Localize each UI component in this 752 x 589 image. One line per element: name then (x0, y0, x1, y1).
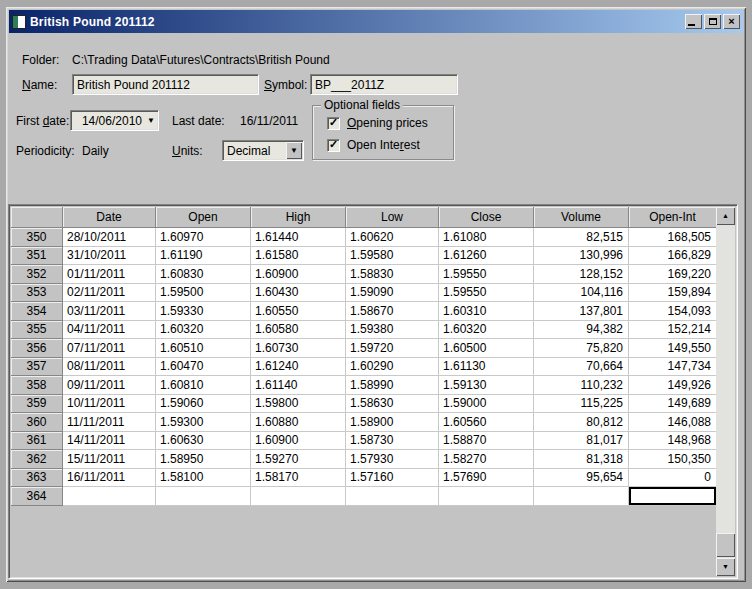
cell-high[interactable]: 1.61240 (251, 358, 346, 377)
symbol-field[interactable] (310, 74, 458, 95)
cell-date[interactable]: 11/11/2011 (63, 413, 156, 432)
cell-open[interactable]: 1.59300 (156, 413, 251, 432)
cell-open[interactable]: 1.58100 (156, 469, 251, 488)
cell-volume[interactable]: 82,515 (534, 228, 629, 247)
cell-date[interactable]: 31/10/2011 (63, 247, 156, 266)
row-number[interactable]: 361 (11, 432, 63, 451)
cell-high[interactable]: 1.59270 (251, 450, 346, 469)
units-select[interactable]: Decimal ▼ (222, 140, 304, 161)
cell-date[interactable]: 16/11/2011 (63, 469, 156, 488)
vertical-scrollbar[interactable]: ▲ ▼ (716, 207, 735, 576)
row-number[interactable]: 360 (11, 413, 63, 432)
cell-high[interactable]: 1.60730 (251, 339, 346, 358)
cell-high[interactable]: 1.59800 (251, 395, 346, 414)
corner-header-cell[interactable] (11, 207, 63, 228)
cell-close[interactable]: 1.59550 (439, 284, 534, 303)
row-number[interactable]: 359 (11, 395, 63, 414)
cell-openint[interactable]: 169,220 (629, 265, 716, 284)
cell-high[interactable]: 1.61440 (251, 228, 346, 247)
cell-volume[interactable]: 130,996 (534, 247, 629, 266)
scroll-down-button[interactable]: ▼ (716, 558, 735, 576)
opening-prices-option[interactable]: ✓ Opening prices (327, 116, 428, 130)
row-number[interactable]: 364 (11, 487, 63, 506)
cell-volume[interactable] (534, 487, 629, 506)
cell-volume[interactable]: 75,820 (534, 339, 629, 358)
cell-open[interactable]: 1.60810 (156, 376, 251, 395)
cell-volume[interactable]: 128,152 (534, 265, 629, 284)
cell-close[interactable]: 1.61080 (439, 228, 534, 247)
cell-low[interactable]: 1.59090 (346, 284, 439, 303)
row-number[interactable]: 362 (11, 450, 63, 469)
open-interest-checkbox[interactable]: ✓ (327, 139, 340, 152)
cell-close[interactable]: 1.59000 (439, 395, 534, 414)
cell-high[interactable] (251, 487, 346, 506)
column-header-volume[interactable]: Volume (534, 207, 629, 228)
row-number[interactable]: 354 (11, 302, 63, 321)
cell-close[interactable]: 1.61130 (439, 358, 534, 377)
cell-close[interactable]: 1.59130 (439, 376, 534, 395)
cell-date[interactable]: 15/11/2011 (63, 450, 156, 469)
cell-openint[interactable]: 149,550 (629, 339, 716, 358)
cell-openint[interactable]: 0 (629, 469, 716, 488)
chevron-down-icon[interactable]: ▼ (144, 111, 158, 130)
cell-date[interactable]: 28/10/2011 (63, 228, 156, 247)
first-date-select[interactable]: 14/06/2010 ▼ (70, 110, 159, 131)
cell-low[interactable] (346, 487, 439, 506)
cell-open[interactable]: 1.61190 (156, 247, 251, 266)
cell-openint[interactable]: 152,214 (629, 321, 716, 340)
cell-open[interactable] (156, 487, 251, 506)
row-number[interactable]: 356 (11, 339, 63, 358)
cell-open[interactable]: 1.59060 (156, 395, 251, 414)
cell-volume[interactable]: 80,812 (534, 413, 629, 432)
row-number[interactable]: 351 (11, 247, 63, 266)
cell-openint[interactable]: 150,350 (629, 450, 716, 469)
cell-close[interactable] (439, 487, 534, 506)
cell-close[interactable]: 1.60320 (439, 321, 534, 340)
cell-volume[interactable]: 104,116 (534, 284, 629, 303)
cell-low[interactable]: 1.57160 (346, 469, 439, 488)
cell-high[interactable]: 1.60550 (251, 302, 346, 321)
maximize-button[interactable] (704, 14, 721, 29)
cell-open[interactable]: 1.60470 (156, 358, 251, 377)
cell-openint[interactable]: 166,829 (629, 247, 716, 266)
cell-high[interactable]: 1.60900 (251, 432, 346, 451)
column-header-openint[interactable]: Open-Int (629, 207, 716, 228)
cell-close[interactable]: 1.58870 (439, 432, 534, 451)
cell-close[interactable]: 1.60310 (439, 302, 534, 321)
row-number[interactable]: 363 (11, 469, 63, 488)
cell-low[interactable]: 1.60620 (346, 228, 439, 247)
cell-openint[interactable]: 149,689 (629, 395, 716, 414)
cell-date[interactable]: 10/11/2011 (63, 395, 156, 414)
cell-high[interactable]: 1.60580 (251, 321, 346, 340)
cell-low[interactable]: 1.58990 (346, 376, 439, 395)
cell-low[interactable]: 1.57930 (346, 450, 439, 469)
column-header-low[interactable]: Low (346, 207, 439, 228)
cell-low[interactable]: 1.60290 (346, 358, 439, 377)
cell-close[interactable]: 1.60560 (439, 413, 534, 432)
row-number[interactable]: 357 (11, 358, 63, 377)
cell-volume[interactable]: 94,382 (534, 321, 629, 340)
cell-low[interactable]: 1.58630 (346, 395, 439, 414)
cell-open[interactable]: 1.60970 (156, 228, 251, 247)
cell-high[interactable]: 1.61140 (251, 376, 346, 395)
title-bar[interactable]: British Pound 201112 × (9, 10, 743, 33)
row-number[interactable]: 355 (11, 321, 63, 340)
cell-openint[interactable]: 146,088 (629, 413, 716, 432)
cell-low[interactable]: 1.59720 (346, 339, 439, 358)
cell-open[interactable]: 1.59330 (156, 302, 251, 321)
cell-low[interactable]: 1.59380 (346, 321, 439, 340)
open-interest-option[interactable]: ✓ Open Interest (327, 138, 420, 152)
cell-date[interactable]: 04/11/2011 (63, 321, 156, 340)
column-header-date[interactable]: Date (63, 207, 156, 228)
cell-date[interactable] (63, 487, 156, 506)
cell-date[interactable]: 14/11/2011 (63, 432, 156, 451)
cell-date[interactable]: 07/11/2011 (63, 339, 156, 358)
cell-low[interactable]: 1.58730 (346, 432, 439, 451)
scrollbar-thumb[interactable] (716, 533, 735, 557)
cell-low[interactable]: 1.58830 (346, 265, 439, 284)
cell-openint[interactable]: 154,093 (629, 302, 716, 321)
column-header-close[interactable]: Close (439, 207, 534, 228)
cell-close[interactable]: 1.58270 (439, 450, 534, 469)
cell-open[interactable]: 1.60320 (156, 321, 251, 340)
cell-date[interactable]: 09/11/2011 (63, 376, 156, 395)
